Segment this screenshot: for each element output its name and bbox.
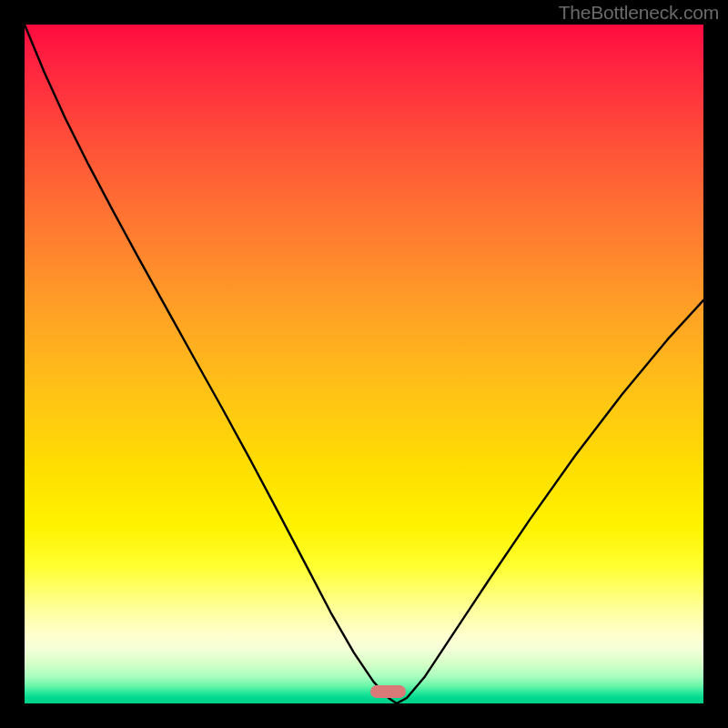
plot-area [25, 25, 703, 703]
chart-frame: TheBottleneck.com [0, 0, 728, 728]
optimum-marker [370, 685, 406, 698]
bottleneck-curve [25, 25, 703, 703]
watermark-text: TheBottleneck.com [559, 2, 719, 24]
